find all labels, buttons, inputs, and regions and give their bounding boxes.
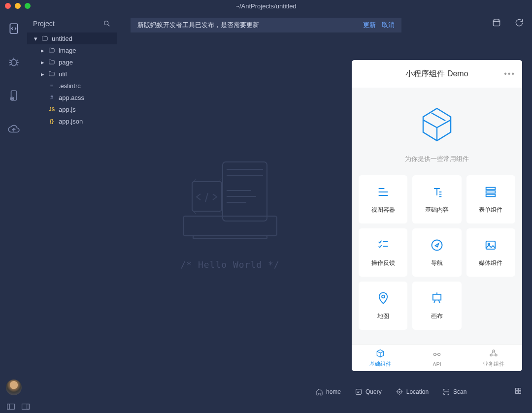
simulator-preview: 小程序组件 Demo ••• 为你提供一些常用组件 视图容器: [352, 60, 522, 371]
calendar-icon[interactable]: [492, 18, 502, 29]
preview-subtitle: 为你提供一些常用组件: [405, 155, 469, 163]
demo-logo-icon: [418, 105, 456, 144]
grid-item-label: 媒体组件: [479, 259, 502, 267]
grid-item-basic-content[interactable]: 基础内容: [412, 175, 461, 223]
tree-file[interactable]: {} app.json: [27, 115, 117, 127]
grid-item-label: 操作反馈: [371, 259, 395, 267]
statusbar: [0, 401, 532, 413]
svg-rect-9: [223, 162, 267, 221]
grid-item-media[interactable]: 媒体组件: [466, 228, 515, 277]
more-icon[interactable]: •••: [504, 69, 515, 78]
svg-point-23: [495, 354, 497, 356]
tree-file[interactable]: # app.acss: [27, 92, 117, 103]
tree-file[interactable]: JS app.js: [27, 103, 117, 115]
svg-rect-24: [356, 389, 362, 394]
sim-location-button[interactable]: Location: [396, 388, 429, 396]
cloud-upload-icon: [7, 123, 20, 135]
editor-placeholder: /* Hello World */: [146, 157, 314, 270]
svg-rect-30: [519, 391, 521, 394]
cube-icon: [375, 349, 385, 358]
grid-item-map[interactable]: 地图: [359, 282, 407, 330]
svg-point-20: [438, 353, 440, 355]
refresh-icon[interactable]: [514, 18, 525, 29]
svg-point-21: [493, 350, 495, 352]
editor-area: 新版蚂蚁开发者工具已发布，是否需要更新 更新 取消: [117, 12, 532, 413]
update-notification: 新版蚂蚁开发者工具已发布，是否需要更新 更新 取消: [131, 18, 401, 32]
grid-item-label: 导航: [431, 259, 443, 267]
location-icon: [396, 388, 403, 396]
layout-left-icon[interactable]: [7, 403, 15, 412]
sim-query-button[interactable]: Query: [355, 388, 382, 396]
grid-item-navigation[interactable]: 导航: [412, 228, 461, 277]
tab-label: 业务组件: [483, 360, 504, 368]
activity-explorer[interactable]: [7, 22, 21, 35]
svg-rect-31: [7, 404, 15, 410]
tree-folder[interactable]: ▸ page: [27, 56, 117, 68]
preview-title: 小程序组件 Demo: [405, 69, 468, 79]
svg-point-19: [433, 353, 436, 355]
grid-item-label: 地图: [377, 312, 389, 320]
svg-rect-12: [486, 191, 496, 193]
preview-tabbar: 基础组件 API 业务组件: [352, 345, 522, 371]
svg-point-26: [399, 391, 400, 392]
tree-file[interactable]: ≡ .eslintrc: [27, 80, 117, 92]
svg-point-14: [432, 240, 442, 250]
layout-right-icon[interactable]: [22, 403, 30, 412]
tree-folder[interactable]: ▸ image: [27, 44, 117, 56]
project-sidebar: Project ▾ untitled ▸ image ▸ page ▸: [27, 12, 117, 413]
tree-file-label: app.json: [59, 118, 83, 125]
search-icon[interactable]: [103, 20, 111, 28]
cancel-button[interactable]: 取消: [382, 21, 395, 30]
sim-grid-button[interactable]: [514, 387, 522, 396]
svg-point-17: [382, 295, 385, 298]
form-icon: [484, 185, 498, 199]
user-avatar[interactable]: [6, 380, 22, 395]
grid-item-form[interactable]: 表单组件: [466, 175, 515, 223]
tree-file-label: app.acss: [59, 94, 84, 101]
grid-icon: [514, 387, 522, 395]
text-icon: [430, 185, 444, 199]
activity-bar: [0, 12, 27, 413]
svg-rect-11: [486, 187, 496, 190]
grid-item-label: 表单组件: [479, 206, 502, 214]
update-button[interactable]: 更新: [363, 21, 376, 30]
home-icon: [315, 388, 323, 396]
folder-icon: [48, 59, 55, 65]
css-file-icon: #: [48, 95, 56, 100]
svg-rect-13: [486, 194, 496, 196]
tree-folder[interactable]: ▸ util: [27, 68, 117, 80]
sim-home-button[interactable]: home: [315, 388, 341, 396]
sim-scan-button[interactable]: Scan: [442, 388, 466, 396]
tree-root[interactable]: ▾ untitled: [27, 32, 117, 44]
tab-business-components[interactable]: 业务组件: [466, 345, 522, 371]
grid-item-label: 基础内容: [425, 206, 449, 214]
folder-icon: [48, 70, 55, 77]
toolbar-item-label: Location: [406, 388, 429, 395]
grid-item-label: 画布: [431, 312, 443, 320]
activity-debug[interactable]: [7, 55, 21, 69]
preview-header: 小程序组件 Demo •••: [352, 60, 522, 88]
tree-file-label: app.js: [59, 106, 76, 113]
activity-device[interactable]: [7, 89, 21, 102]
grid-item-canvas[interactable]: 画布: [412, 282, 461, 330]
grid-item-feedback[interactable]: 操作反馈: [359, 228, 407, 277]
tab-api[interactable]: API: [408, 345, 465, 371]
activity-cloud[interactable]: [7, 122, 21, 136]
svg-rect-8: [193, 236, 267, 239]
tree-root-label: untitled: [52, 35, 72, 42]
tab-label: API: [432, 361, 441, 367]
grid-item-view-container[interactable]: 视图容器: [359, 175, 407, 223]
svg-rect-7: [183, 216, 277, 236]
svg-point-5: [104, 21, 108, 25]
image-icon: [484, 238, 498, 252]
svg-point-25: [397, 389, 401, 394]
compass-icon: [430, 238, 444, 252]
folder-icon: [48, 47, 55, 54]
toolbar-item-label: Scan: [453, 388, 466, 395]
svg-rect-27: [516, 388, 518, 391]
svg-point-4: [11, 98, 12, 99]
svg-rect-32: [7, 404, 10, 410]
svg-rect-18: [433, 294, 441, 300]
svg-rect-34: [27, 404, 30, 410]
tab-basic-components[interactable]: 基础组件: [352, 345, 408, 371]
